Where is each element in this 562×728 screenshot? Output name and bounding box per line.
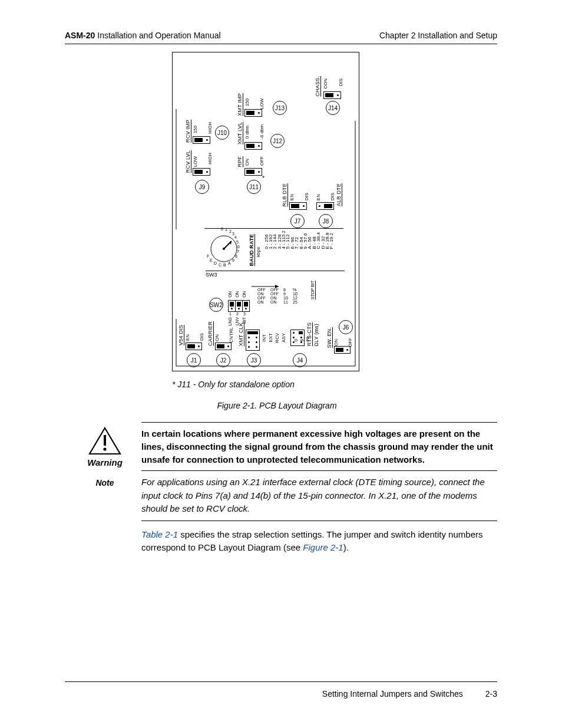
warning-label: Warning xyxy=(84,457,125,467)
j7-opt2: DIS xyxy=(305,193,309,200)
j8-title: ALB DTE xyxy=(336,183,342,206)
j6-label: J6 xyxy=(339,320,353,334)
j2-title: CARRIER xyxy=(208,321,214,346)
j13-title: XMT IMP xyxy=(237,93,243,116)
table-xref[interactable]: Table 2-1 xyxy=(141,529,178,539)
j4-label: J4 xyxy=(293,353,307,367)
sw3-label: SW3 xyxy=(206,272,217,278)
j11-label: J11 xyxy=(247,180,261,194)
j10-opt2: HIGH xyxy=(208,122,213,134)
chapter-title: Chapter 2 Installation and Setup xyxy=(379,31,497,40)
footnote: * J11 - Only for standalone option xyxy=(172,380,295,389)
warning-block: In certain locations where permanent exc… xyxy=(141,422,497,555)
page-footer: Setting Internal Jumpers and Switches 2-… xyxy=(322,689,497,699)
j12-title: XMT LVL xyxy=(237,122,243,144)
j12-label: J12 xyxy=(270,134,285,148)
j13-opt1: 150 xyxy=(245,98,250,106)
sw2-block: ON ON ON 1 2 3 LNG LNV BIT STOP BIT OFFO… xyxy=(228,285,322,322)
j12-opt1: 0 dbm xyxy=(245,126,250,139)
baud-entry: F - 19.2 xyxy=(329,230,334,249)
j12-opt2: -6 dbm xyxy=(260,124,265,139)
pcb-layout-diagram: CHASS. CON DIS J14 XMT IMP 150 LOW J13 R… xyxy=(172,52,359,371)
j2-label: J2 xyxy=(216,353,230,367)
j13-opt2: LOW xyxy=(260,98,265,109)
svg-rect-4 xyxy=(104,435,106,446)
j7-title: RLB DTE xyxy=(282,183,288,206)
baud-unit: kbps xyxy=(256,247,261,257)
j7-label: J7 xyxy=(290,214,305,228)
j11-strap xyxy=(244,168,262,176)
sw2-matrix: OFFOFF8% ONOFF910 OFFON1012 ONON1125 xyxy=(257,288,302,304)
j9-title: RCV LVL xyxy=(186,150,191,173)
note-text: For applications using an X.21 interface… xyxy=(141,476,497,516)
j8-label: J8 xyxy=(319,214,333,228)
warning-triangle-icon xyxy=(88,427,121,455)
body-text: Table 2-1 specifies the strap selection … xyxy=(141,528,497,555)
j10-opt1: 150 xyxy=(193,126,198,133)
j3-label: J3 xyxy=(247,353,261,367)
j12-strap xyxy=(244,142,262,150)
note-label: Note xyxy=(84,478,125,487)
j13-label: J13 xyxy=(273,101,287,115)
j11-opt2: OFF xyxy=(260,156,265,166)
j1-title: V54 DIS xyxy=(178,325,184,345)
j11-title: RPF xyxy=(237,156,243,167)
figure-xref[interactable]: Figure 2-1 xyxy=(303,542,343,552)
figure-caption: Figure 2-1. PCB Layout Diagram xyxy=(172,401,382,410)
j8-strap xyxy=(316,202,334,210)
j14-label: J14 xyxy=(326,101,340,115)
j10-strap xyxy=(193,136,210,144)
manual-title: Installation and Operation Manual xyxy=(97,31,220,40)
j8-opt1: EN xyxy=(316,194,321,200)
j11-opt1: ON xyxy=(245,159,250,166)
warning-text: In certain locations where permanent exc… xyxy=(141,427,497,466)
j13-strap xyxy=(244,109,262,117)
j14-strap xyxy=(323,91,341,99)
sw3-box-bot xyxy=(206,271,345,271)
svg-point-5 xyxy=(103,447,106,450)
j14-title: CHASS. xyxy=(315,76,321,97)
j9-opt1: LOW xyxy=(193,156,198,167)
j4-sub: DLY (ms) xyxy=(314,324,320,347)
j10-label: J10 xyxy=(215,126,229,140)
j11-star: * xyxy=(262,175,265,182)
j14-opt-con: CON xyxy=(323,78,328,89)
j7-strap xyxy=(289,202,307,210)
board-outline xyxy=(173,52,359,371)
header-rule xyxy=(65,44,497,44)
j9-label: J9 xyxy=(195,180,209,194)
j3-header xyxy=(246,330,260,351)
footer-rule xyxy=(65,681,497,682)
baud-label: BAUD RATE xyxy=(249,234,255,266)
footer-section: Setting Internal Jumpers and Switches xyxy=(322,689,463,699)
warning-icon-block: Warning Note xyxy=(84,427,125,487)
j3-title: XMT CLK xyxy=(239,322,244,346)
product-code: ASM-20 xyxy=(65,31,95,40)
footer-page: 2-3 xyxy=(485,689,497,699)
j9-opt2: HIGH xyxy=(208,153,213,164)
sw2-label: SW2 xyxy=(209,298,223,312)
j6-title: SW. EN. xyxy=(327,327,333,348)
j9-strap xyxy=(193,168,210,176)
j4-header xyxy=(290,330,305,346)
j8-opt2: DIS xyxy=(330,193,335,200)
j14-opt-dis: DIS xyxy=(339,78,343,86)
baud-rate-list: 0 - 2561 - 1922 - 1443 - 1284 - 115.25 -… xyxy=(265,230,334,249)
j1-label: J1 xyxy=(187,353,201,367)
j10-title: RCV IMP xyxy=(186,120,191,143)
page-header: ASM-20 Installation and Operation Manual… xyxy=(65,31,497,40)
j7-opt1: EN xyxy=(290,194,295,200)
j4-title: RTS-CTS xyxy=(307,322,313,346)
